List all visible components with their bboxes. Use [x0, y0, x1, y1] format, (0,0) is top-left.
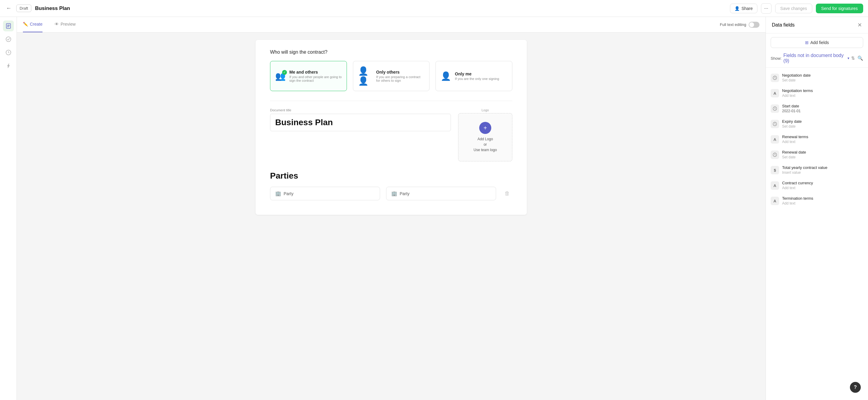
- filter-sort-icon[interactable]: ⇅: [851, 56, 855, 61]
- field-content: Total yearly contract value Insert value: [782, 165, 863, 175]
- field-name: Expiry date: [782, 119, 863, 124]
- signer-option-only-me[interactable]: 👤 Only me If you are the only one signin…: [435, 61, 513, 91]
- logo-add-button[interactable]: +: [479, 122, 491, 134]
- party-card-2[interactable]: 🏢 Party: [386, 187, 496, 200]
- panel-title: Data fields: [772, 22, 795, 28]
- svg-point-4: [6, 37, 11, 41]
- help-icon: ?: [854, 384, 857, 390]
- doc-title-section: Document title: [270, 108, 451, 131]
- svg-line-7: [8, 53, 9, 53]
- svg-line-16: [775, 124, 775, 124]
- field-item[interactable]: A Termination terms Add text: [766, 193, 868, 208]
- filter-value[interactable]: Fields not in document body (9): [783, 53, 846, 64]
- field-icon: [771, 150, 779, 159]
- field-item[interactable]: Expiry date Set date: [766, 116, 868, 132]
- field-name: Total yearly contract value: [782, 165, 863, 170]
- field-name: Renewal date: [782, 150, 863, 154]
- sidebar-icon-clock[interactable]: [3, 47, 14, 58]
- field-name: Start date: [782, 104, 863, 108]
- left-sidebar: [0, 17, 17, 400]
- filter-actions: ⇅ 🔍: [851, 56, 863, 61]
- svg-line-13: [775, 109, 775, 109]
- filter-search-icon[interactable]: 🔍: [858, 56, 863, 61]
- logo-upload-area[interactable]: + Add LogoorUse team logo: [458, 113, 513, 162]
- field-content: Renewal terms Add text: [782, 135, 863, 144]
- field-icon: [771, 74, 779, 82]
- more-icon: ···: [764, 6, 768, 11]
- save-changes-button[interactable]: Save changes: [775, 4, 812, 13]
- field-item[interactable]: Start date 2022-01-01: [766, 101, 868, 116]
- doc-title-label: Document title: [270, 108, 451, 112]
- field-icon: A: [771, 135, 779, 144]
- signer-option-only-others[interactable]: 👤👤 Only others If you are preparing a co…: [353, 61, 430, 91]
- field-name: Renewal terms: [782, 135, 863, 139]
- field-item[interactable]: Renewal date Set date: [766, 147, 868, 162]
- more-button[interactable]: ···: [761, 3, 772, 13]
- field-icon: A: [771, 197, 779, 205]
- field-icon: A: [771, 89, 779, 97]
- svg-line-19: [775, 155, 775, 155]
- signer-only-others-text: Only others If you are preparing a contr…: [376, 70, 424, 82]
- tab-create[interactable]: ✏️ Create: [23, 17, 42, 32]
- add-fields-label: Add fields: [810, 40, 829, 45]
- party1-label: Party: [284, 191, 293, 196]
- signer-only-me-title: Only me: [455, 72, 499, 76]
- doc-header-area: Document title Logo + Add LogoorUse team…: [270, 108, 513, 162]
- preview-icon: 👁: [55, 22, 59, 27]
- field-item[interactable]: A Contract currency Add text: [766, 178, 868, 193]
- parties-section: Parties 🏢 Party 🏢 Party 🗑: [270, 171, 513, 200]
- field-value: Set date: [782, 124, 863, 128]
- signers-question: Who will sign the contract?: [270, 50, 513, 55]
- back-button[interactable]: ←: [5, 4, 13, 13]
- field-name: Termination terms: [782, 196, 863, 201]
- parties-row: 🏢 Party 🏢 Party 🗑: [270, 187, 513, 200]
- draft-badge: Draft: [16, 4, 31, 12]
- field-content: Expiry date Set date: [782, 119, 863, 128]
- signer-options: 👥 ✓ Me and others If you and other peopl…: [270, 61, 513, 91]
- field-value: Add text: [782, 186, 863, 190]
- sidebar-icon-check[interactable]: [3, 34, 14, 45]
- share-icon: 👤: [735, 6, 740, 11]
- full-text-editing-switch[interactable]: [749, 22, 760, 28]
- signer-only-others-desc: If you are preparing a contract for othe…: [376, 75, 424, 82]
- field-item[interactable]: A Renewal terms Add text: [766, 132, 868, 147]
- full-text-editing-label: Full text editing: [720, 22, 746, 27]
- filter-chevron-icon[interactable]: ▾: [847, 56, 849, 60]
- field-content: Negotiation terms Add text: [782, 88, 863, 98]
- selected-check-badge: ✓: [282, 70, 287, 75]
- filter-row: Show: Fields not in document body (9) ▾ …: [766, 52, 868, 67]
- people-icon: 👤👤: [358, 66, 369, 86]
- field-item[interactable]: $ Total yearly contract value Insert val…: [766, 162, 868, 178]
- help-button[interactable]: ?: [850, 382, 861, 393]
- main-layout: ✏️ Create 👁 Preview Full text editing Wh…: [0, 17, 868, 400]
- field-item[interactable]: A Negotiation terms Add text: [766, 85, 868, 101]
- sidebar-icon-bolt[interactable]: [3, 60, 14, 71]
- close-panel-button[interactable]: ✕: [858, 22, 862, 28]
- signer-option-me-and-others[interactable]: 👥 ✓ Me and others If you and other peopl…: [270, 61, 347, 91]
- signer-only-others-icon: 👤👤: [358, 66, 373, 86]
- share-button[interactable]: 👤 Share: [730, 4, 757, 13]
- panel-header: Data fields ✕: [766, 17, 868, 33]
- signer-me-and-others-desc: If you and other people are going to sig…: [289, 75, 342, 82]
- field-value: Add text: [782, 201, 863, 205]
- send-for-signatures-button[interactable]: Send for signatures: [816, 4, 863, 13]
- create-label: Create: [30, 22, 42, 27]
- full-text-editing-toggle: Full text editing: [720, 22, 760, 28]
- party1-icon: 🏢: [275, 191, 281, 196]
- field-item[interactable]: Negotiation date Set date: [766, 70, 868, 85]
- add-fields-button[interactable]: ⊞ Add fields: [771, 37, 863, 48]
- delete-party-button[interactable]: 🗑: [502, 188, 513, 199]
- field-icon: [771, 120, 779, 128]
- field-value: Insert value: [782, 170, 863, 175]
- field-name: Negotiation terms: [782, 88, 863, 93]
- section-divider: [270, 101, 513, 101]
- field-content: Contract currency Add text: [782, 181, 863, 190]
- parties-title: Parties: [270, 171, 513, 181]
- field-content: Negotiation date Set date: [782, 73, 863, 82]
- sidebar-icon-document[interactable]: [3, 21, 14, 31]
- doc-title-input[interactable]: [270, 114, 451, 131]
- tab-preview[interactable]: 👁 Preview: [55, 17, 76, 32]
- party-card-1[interactable]: 🏢 Party: [270, 187, 380, 200]
- signer-me-and-others-title: Me and others: [289, 70, 342, 75]
- field-name: Contract currency: [782, 181, 863, 185]
